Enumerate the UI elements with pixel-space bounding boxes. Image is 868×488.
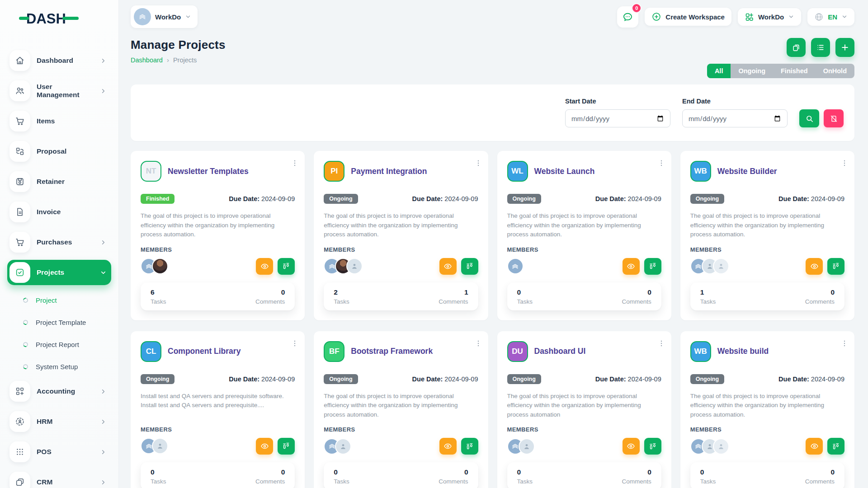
create-workspace-label: Create Workspace [665, 13, 725, 21]
view-project-button[interactable] [439, 438, 457, 455]
due-date-value: 2024-09-09 [811, 375, 844, 383]
chevron-right-icon [100, 88, 107, 94]
view-project-button[interactable] [256, 258, 273, 275]
sidebar-item-items[interactable]: Items [7, 108, 111, 134]
sidebar-item-retainer[interactable]: Retainer [7, 169, 111, 194]
sidebar-subitem-project-report[interactable]: Project Report [7, 334, 111, 354]
gantt-chart-button[interactable] [278, 258, 295, 275]
member-avatars [324, 258, 363, 274]
kebab-menu-icon[interactable] [658, 159, 665, 167]
project-title-link[interactable]: Website build [717, 347, 769, 356]
accounting-icon [9, 381, 30, 402]
due-date-value: 2024-09-09 [811, 195, 844, 202]
tab-all[interactable]: All [707, 64, 731, 78]
sub-bullet-icon [22, 296, 29, 303]
project-title-link[interactable]: Website Launch [534, 167, 595, 176]
project-avatar: DU [507, 341, 528, 362]
sidebar-subitem-system-setup[interactable]: System Setup [7, 357, 111, 376]
page-header: Manage Projects Dashboard › Projects [118, 33, 868, 78]
kebab-menu-icon[interactable] [475, 159, 482, 167]
project-avatar: WL [507, 161, 528, 182]
eye-icon [443, 262, 452, 271]
project-title-link[interactable]: Bootstrap Framework [351, 347, 433, 356]
gantt-chart-button[interactable] [644, 258, 661, 275]
gantt-chart-button[interactable] [644, 438, 661, 455]
sidebar-subitem-project-template[interactable]: Project Template [7, 312, 111, 332]
end-date-input[interactable] [682, 109, 788, 127]
create-workspace-button[interactable]: Create Workspace [645, 8, 731, 26]
search-icon [805, 114, 814, 123]
comments-label: Comments [622, 478, 651, 485]
due-date: Due Date: 2024-09-09 [412, 195, 478, 202]
kebab-menu-icon[interactable] [291, 159, 298, 167]
member-avatars [507, 438, 535, 455]
project-title-link[interactable]: Newsletter Templates [168, 167, 249, 176]
view-project-button[interactable] [623, 438, 640, 455]
add-project-button[interactable] [835, 38, 854, 57]
tasks-count: 0 [517, 288, 533, 296]
sidebar-item-proposal[interactable]: Proposal [7, 139, 111, 164]
project-description: The goal of this project is to improve o… [324, 211, 478, 239]
tasks-count: 0 [334, 468, 349, 476]
sidebar-item-purchases[interactable]: Purchases [7, 230, 111, 255]
workspace-selector[interactable]: WorkDo [131, 5, 198, 28]
tab-onhold[interactable]: OnHold [816, 64, 854, 78]
search-button[interactable] [799, 109, 819, 127]
eye-icon [627, 262, 635, 271]
reset-filter-button[interactable] [824, 109, 844, 127]
gantt-chart-button[interactable] [827, 258, 844, 275]
gantt-icon [282, 442, 290, 450]
sidebar-item-dashboard[interactable]: Dashboard [7, 48, 111, 73]
project-avatar: WB [690, 161, 711, 182]
gantt-chart-button[interactable] [461, 258, 478, 275]
language-selector[interactable]: EN [807, 8, 854, 26]
kebab-menu-icon[interactable] [475, 339, 482, 347]
chevron-down-icon [788, 14, 794, 20]
tab-ongoing[interactable]: Ongoing [731, 64, 773, 78]
view-project-button[interactable] [439, 258, 457, 275]
member-avatar-placeholder [713, 258, 729, 274]
view-project-button[interactable] [623, 258, 640, 275]
start-date-input[interactable] [565, 109, 670, 127]
breadcrumb-dashboard-link[interactable]: Dashboard [131, 56, 163, 64]
list-view-button[interactable] [811, 38, 830, 57]
brand-logo[interactable]: DASH [0, 0, 118, 29]
gantt-chart-button[interactable] [827, 438, 844, 455]
kebab-menu-icon[interactable] [291, 339, 298, 347]
status-badge: Ongoing [324, 194, 358, 204]
workspace-switcher-button[interactable]: WorkDo [738, 8, 801, 26]
project-title-link[interactable]: Payment Integration [351, 167, 427, 176]
due-date: Due Date: 2024-09-09 [229, 195, 295, 202]
copy-project-button[interactable] [787, 38, 806, 57]
gantt-chart-button[interactable] [461, 438, 478, 455]
eye-icon [260, 442, 269, 450]
kebab-menu-icon[interactable] [658, 339, 665, 347]
kebab-menu-icon[interactable] [841, 159, 848, 167]
due-date-label: Due Date: [595, 195, 626, 202]
kebab-menu-icon[interactable] [841, 339, 848, 347]
gantt-chart-button[interactable] [278, 438, 295, 455]
sidebar-item-accounting[interactable]: Accounting [7, 379, 111, 404]
tasks-count: 0 [517, 468, 533, 476]
project-title-link[interactable]: Website Builder [717, 167, 777, 176]
sidebar-item-user-management[interactable]: User Management [7, 78, 111, 103]
view-project-button[interactable] [256, 438, 273, 455]
sub-bullet-icon [22, 363, 28, 370]
sidebar-item-invoice[interactable]: Invoice [7, 199, 111, 225]
project-card: CL Component Library Ongoing Due Date: 2… [131, 331, 305, 488]
comments-label: Comments [439, 298, 468, 305]
sidebar-subitem-project[interactable]: Project [7, 290, 111, 310]
view-project-button[interactable] [806, 258, 823, 275]
tab-finished[interactable]: Finished [773, 64, 816, 78]
sidebar-item-pos[interactable]: POS [7, 439, 111, 465]
sidebar-item-projects[interactable]: Projects [7, 260, 111, 285]
project-title-link[interactable]: Component Library [168, 347, 241, 356]
sidebar-item-crm[interactable]: CRM [7, 469, 111, 488]
main-area: WorkDo 0 Create Workspace [118, 0, 868, 488]
member-avatars [690, 258, 729, 274]
sidebar-item-hrm[interactable]: HRM [7, 409, 111, 434]
view-project-button[interactable] [806, 438, 823, 455]
messages-button[interactable]: 0 [617, 6, 638, 28]
comments-label: Comments [805, 478, 835, 485]
project-title-link[interactable]: Dashboard UI [534, 347, 586, 356]
